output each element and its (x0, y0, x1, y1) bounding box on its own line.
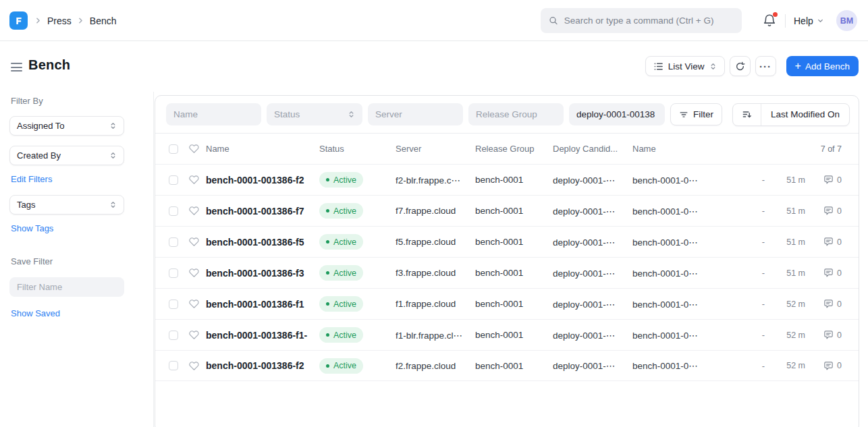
notifications-button[interactable] (762, 13, 778, 29)
breadcrumb: Press Bench (34, 0, 117, 41)
row-checkbox[interactable] (169, 300, 178, 309)
favorite-heart-icon[interactable] (189, 206, 199, 216)
sort-by-button[interactable]: Last Modified On (761, 104, 849, 125)
deploy-candidate-cell: deploy-0001-⋯ (553, 206, 632, 217)
edit-filters-link[interactable]: Edit Filters (9, 174, 144, 184)
chevron-right-icon (76, 16, 85, 25)
column-header-name2[interactable]: Name (632, 144, 720, 154)
status-filter-select[interactable]: Status (267, 103, 362, 125)
search-input[interactable] (564, 16, 734, 26)
release-group-filter-input[interactable] (476, 109, 556, 119)
server-cell: f7.frappe.cloud (396, 206, 475, 216)
bench-name[interactable]: bench-0001-001386-f1 (206, 299, 319, 310)
row-checkbox[interactable] (169, 361, 178, 370)
row-checkbox[interactable] (169, 237, 178, 247)
name2-cell: bench-0001-0⋯ (632, 175, 720, 186)
comments-cell: 0 (805, 237, 842, 247)
server-cell: f3.frappe.cloud (396, 268, 475, 278)
tags-label: Tags (17, 200, 35, 210)
sidebar-toggle-icon[interactable] (11, 63, 22, 72)
comment-icon (823, 175, 834, 185)
server-filter-input[interactable] (375, 109, 456, 119)
status-badge: Active (319, 265, 363, 281)
server-cell: f1.frappe.cloud (396, 299, 475, 309)
table-row[interactable]: bench-0001-001386-f1- Active f1-blr.frap… (155, 319, 859, 350)
select-chevrons-icon (109, 201, 117, 208)
comments-cell: 0 (805, 361, 842, 371)
frappe-logo[interactable] (9, 11, 28, 30)
created-by-select[interactable]: Created By (9, 146, 124, 165)
row-checkbox[interactable] (169, 268, 178, 278)
sort-direction-button[interactable] (733, 104, 761, 125)
show-saved-link[interactable]: Show Saved (9, 308, 144, 318)
more-options-button[interactable]: ··· (755, 56, 776, 76)
row-checkbox[interactable] (169, 331, 178, 340)
row-checkbox[interactable] (169, 206, 178, 216)
status-badge: Active (319, 358, 363, 374)
bench-name[interactable]: bench-0001-001386-f5 (206, 237, 319, 248)
show-tags-link[interactable]: Show Tags (9, 223, 144, 233)
row-checkbox[interactable] (169, 175, 178, 185)
column-header-release-group[interactable]: Release Group (475, 144, 553, 154)
status-dot-icon (326, 209, 329, 212)
chevron-down-icon (817, 17, 824, 24)
name2-cell: bench-0001-0⋯ (632, 206, 720, 217)
server-cell: f1-blr.frappe.cl⋯ (396, 330, 475, 341)
favorite-heart-icon[interactable] (189, 361, 199, 371)
select-all-checkbox[interactable] (169, 144, 178, 154)
row-count: 7 of 7 (755, 144, 842, 154)
filter-name-input[interactable] (9, 277, 124, 297)
filter-button[interactable]: Filter (670, 103, 722, 125)
table-row[interactable]: bench-0001-001386-f1 Active f1.frappe.cl… (155, 288, 859, 319)
breadcrumb-item-press[interactable]: Press (47, 16, 72, 26)
breadcrumb-item-bench[interactable]: Bench (90, 16, 117, 26)
table-row[interactable]: bench-0001-001386-f5 Active f5.frappe.cl… (155, 226, 859, 257)
table-row[interactable]: bench-0001-001386-f2 Active f2.frappe.cl… (155, 350, 859, 381)
bench-name[interactable]: bench-0001-001386-f3 (206, 268, 319, 279)
comment-icon (823, 237, 834, 247)
user-avatar[interactable]: BM (836, 10, 857, 31)
comment-icon (823, 330, 834, 340)
bench-name[interactable]: bench-0001-001386-f7 (206, 206, 319, 217)
bench-name[interactable]: bench-0001-001386-f2 (206, 175, 319, 186)
status-badge: Active (319, 296, 363, 312)
tags-select[interactable]: Tags (9, 195, 124, 215)
table-row[interactable]: bench-0001-001386-f3 Active f3.frappe.cl… (155, 257, 859, 288)
favorite-heart-icon[interactable] (189, 330, 199, 340)
deploy-candidate-filter-input[interactable] (576, 109, 657, 119)
table-row[interactable]: bench-0001-001386-f2 Active f2-blr.frapp… (155, 164, 859, 195)
command-search[interactable] (541, 8, 742, 33)
favorite-heart-icon[interactable] (189, 175, 199, 185)
column-header-server[interactable]: Server (396, 144, 475, 154)
comments-cell: 0 (805, 175, 842, 185)
ellipsis-icon: ··· (759, 61, 771, 72)
server-filter[interactable] (368, 103, 463, 125)
column-header-status[interactable]: Status (319, 144, 396, 154)
favorite-heart-icon[interactable] (189, 299, 199, 309)
column-header-name[interactable]: Name (206, 144, 319, 154)
bench-name[interactable]: bench-0001-001386-f2 (206, 360, 319, 371)
frappe-f-icon (13, 16, 24, 26)
bench-list-card: Status Filter Last Modified On (155, 95, 859, 427)
refresh-button[interactable] (730, 56, 751, 76)
comment-icon (823, 268, 834, 278)
bench-name[interactable]: bench-0001-001386-f1- (206, 330, 319, 341)
modified-time: 52 m (771, 300, 805, 309)
help-menu[interactable]: Help (794, 0, 824, 41)
select-chevrons-icon (109, 122, 117, 130)
name-filter-input[interactable] (173, 109, 254, 119)
deploy-candidate-filter[interactable] (569, 103, 665, 125)
assigned-to-select[interactable]: Assigned To (9, 116, 124, 136)
comments-cell: 0 (805, 206, 842, 216)
release-group-cell: bench-0001 (475, 237, 553, 247)
table-row[interactable]: bench-0001-001386-f7 Active f7.frappe.cl… (155, 195, 859, 226)
favorite-heart-icon[interactable] (189, 268, 199, 278)
add-bench-button[interactable]: + Add Bench (786, 56, 859, 76)
view-switcher-button[interactable]: List View (645, 56, 725, 76)
sort-icon (742, 109, 752, 119)
release-group-filter[interactable] (468, 103, 564, 125)
name-filter[interactable] (166, 103, 261, 125)
column-header-deploy-candidate[interactable]: Deploy Candid... (553, 144, 632, 154)
favorite-heart-icon[interactable] (189, 237, 199, 247)
status-dot-icon (326, 178, 329, 181)
